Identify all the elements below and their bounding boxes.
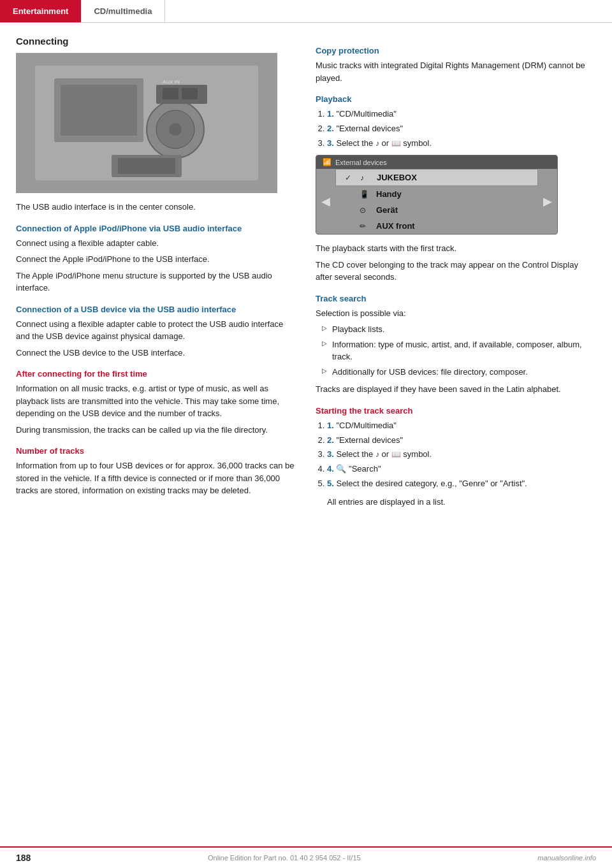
starting-step-4: 4. 🔍 "Search": [327, 463, 596, 476]
bullet-information: Information: type of music, artist, and,…: [322, 338, 596, 363]
book-symbol-2: 📖: [391, 449, 401, 461]
left-column: Connecting AUX IN The: [16, 36, 296, 512]
device-row-gerat[interactable]: ⊙ Gerät: [335, 202, 538, 218]
page-number: 188: [16, 853, 31, 863]
section-title-copy-protection: Copy protection: [316, 46, 596, 55]
phone-icon: 📱: [360, 190, 371, 199]
starting-step-5: 5. Select the desired category, e.g., "G…: [327, 477, 596, 491]
tab-entertainment[interactable]: Entertainment: [0, 0, 81, 22]
wifi-icon: 📶: [323, 158, 332, 166]
section-title-number-of-tracks: Number of tracks: [16, 446, 296, 456]
section-title-usb-device: Connection of a USB device via the USB a…: [16, 305, 296, 314]
check-icon: ✓: [345, 173, 355, 182]
device-label-aux: AUX front: [376, 221, 415, 231]
page-footer: 188 Online Edition for Part no. 01 40 2 …: [0, 846, 612, 868]
svg-rect-8: [163, 88, 178, 99]
page-header: Entertainment CD/multimedia: [0, 0, 612, 23]
svg-text:AUX  IN: AUX IN: [163, 79, 180, 85]
para-apple-3: The Apple iPod/iPhone menu structure is …: [16, 270, 296, 294]
para-playback-2: The CD cover belonging to the track may …: [316, 259, 596, 284]
nav-left-arrow[interactable]: ◀: [321, 194, 330, 208]
device-row-handy[interactable]: 📱 Handy: [335, 186, 538, 202]
section-title-playback: Playback: [316, 94, 596, 104]
right-column: Copy protection Music tracks with integr…: [316, 36, 596, 512]
ext-devices-header-bar: 📶 External devices: [316, 156, 557, 169]
para-usb-2: Connect the USB device to the USB interf…: [16, 347, 296, 359]
music-note-symbol: ♪: [375, 138, 379, 150]
section-title-connecting: Connecting: [16, 36, 296, 47]
playback-step-1: 1. "CD/Multimedia": [327, 108, 596, 121]
ext-devices-title: External devices: [335, 159, 387, 166]
section-title-track-search: Track search: [316, 294, 596, 303]
tab-cd-multimedia[interactable]: CD/multimedia: [81, 0, 165, 22]
para-apple-1: Connect using a flexible adapter cable.: [16, 237, 296, 250]
svg-rect-9: [182, 88, 198, 99]
ext-devices-panel: 📶 External devices ◀ ✓ ♪ JUKEBOX 📱 Handy: [316, 155, 558, 235]
bullet-playback-lists: Playback lists.: [322, 323, 596, 336]
section-title-after-connecting: After connecting for the first time: [16, 369, 296, 379]
svg-rect-3: [61, 85, 137, 136]
external-devices-screenshot: 📶 External devices ◀ ✓ ♪ JUKEBOX 📱 Handy: [316, 155, 596, 235]
svg-rect-12: [118, 158, 175, 174]
starting-step-2: 2. "External devices": [327, 434, 596, 447]
device-label-jukebox: JUKEBOX: [377, 173, 417, 182]
section-title-starting-track: Starting the track search: [316, 406, 596, 416]
music-note-symbol-2: ♪: [375, 449, 379, 461]
footer-center: Online Edition for Part no. 01 40 2 954 …: [208, 854, 361, 862]
playback-steps-list: 1. "CD/Multimedia" 2. "External devices"…: [316, 108, 596, 150]
playback-step-2: 2. "External devices": [327, 122, 596, 136]
starting-step-1: 1. "CD/Multimedia": [327, 419, 596, 433]
music-icon: ♪: [360, 173, 372, 182]
para-after-2: During transmission, the tracks can be c…: [16, 424, 296, 437]
para-number-1: Information from up to four USB devices …: [16, 459, 296, 497]
playback-step-3: 3. Select the ♪ or 📖 symbol.: [327, 137, 596, 150]
device-row-aux[interactable]: ✏ AUX front: [335, 218, 538, 234]
usb-console-image: AUX IN: [16, 53, 277, 193]
para-usb-1: Connect using a flexible adapter cable t…: [16, 318, 296, 343]
starting-step-3: 3. Select the ♪ or 📖 symbol.: [327, 448, 596, 461]
book-symbol: 📖: [391, 138, 401, 150]
para-playback-1: The playback starts with the first track…: [316, 242, 596, 255]
para-copy: Music tracks with integrated Digital Rig…: [316, 59, 596, 84]
ext-devices-body: ◀ ✓ ♪ JUKEBOX 📱 Handy ⊙ Gerät: [316, 169, 557, 234]
para-usb-location: The USB audio interface is in the center…: [16, 201, 296, 213]
main-content: Connecting AUX IN The: [0, 23, 612, 544]
track-search-bullets: Playback lists. Information: type of mus…: [316, 323, 596, 378]
section-title-apple: Connection of Apple iPod/iPhone via USB …: [16, 224, 296, 233]
para-entries-list: All entries are displayed in a list.: [316, 496, 596, 509]
nav-right-arrow[interactable]: ▶: [543, 194, 552, 208]
para-after-1: Information on all music tracks, e.g. ar…: [16, 382, 296, 420]
para-track-selection: Selection is possible via:: [316, 307, 596, 320]
para-latin-alphabet: Tracks are displayed if they have been s…: [316, 383, 596, 396]
para-apple-2: Connect the Apple iPod/iPhone to the USB…: [16, 253, 296, 266]
device-icon: ⊙: [360, 206, 371, 215]
bullet-usb-devices: Additionally for USB devices: file direc…: [322, 366, 596, 379]
device-label-handy: Handy: [376, 189, 402, 199]
starting-steps-list: 1. "CD/Multimedia" 2. "External devices"…: [316, 419, 596, 491]
device-row-jukebox[interactable]: ✓ ♪ JUKEBOX: [335, 169, 538, 186]
svg-point-6: [169, 123, 182, 136]
footer-brand: manualsonline.info: [537, 854, 596, 862]
device-label-gerat: Gerät: [376, 205, 398, 215]
aux-icon: ✏: [360, 222, 371, 231]
